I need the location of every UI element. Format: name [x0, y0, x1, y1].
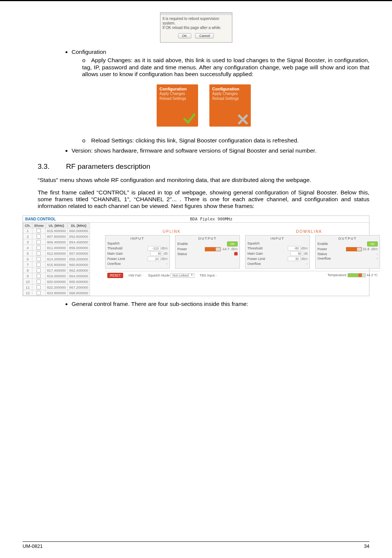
show-checkbox[interactable]	[32, 256, 45, 262]
show-checkbox[interactable]	[32, 239, 45, 245]
panel-bottom-bar: RESET HW Fail - Squelch Mode Not Linked …	[105, 271, 380, 280]
bullet-apply-changes: Apply Changes: as it is said above, this…	[82, 57, 369, 78]
show-checkbox[interactable]	[32, 251, 45, 256]
show-checkbox[interactable]	[32, 228, 45, 234]
enable-switch[interactable]: ON	[367, 242, 378, 246]
temperature-bar-icon	[348, 273, 366, 277]
show-checkbox[interactable]	[32, 284, 45, 290]
reboot-dialog: It is required to reboot supervision sys…	[160, 12, 232, 43]
band-control-panel: BAND CONTROL BDA Fiplex 900MHz Ch. Show …	[23, 216, 369, 297]
power-bar-icon	[205, 247, 221, 251]
table-row: 1815.000000860.000000	[23, 228, 90, 234]
ok-button[interactable]: OK	[178, 33, 191, 38]
frequency-table: Ch. Show UL (MHz) DL (MHz) 1815.00000086…	[23, 223, 90, 296]
table-row: 5812.600000857.600000	[23, 251, 90, 256]
doc-id: UM-0821	[23, 543, 43, 549]
status-led-icon	[234, 252, 238, 255]
table-row: 10820.600000865.600000	[23, 279, 90, 284]
para-status: “Status” menu shows whole RF configurati…	[38, 177, 369, 183]
uplink-output-box: OUTPUT EnableON Power -14.7 dBm Status	[175, 235, 240, 269]
table-row: 6814.200000859.200000	[23, 256, 90, 262]
dialog-line2: If OK reload this page after a while.	[163, 26, 230, 30]
para-control: The first frame called “CONTROL” is plac…	[38, 189, 369, 209]
page-number: 34	[364, 543, 369, 549]
show-checkbox[interactable]	[32, 268, 45, 273]
config-card-fail: Configuration Apply Changes Reload Setti…	[209, 84, 251, 127]
downlink-input-box: INPUT Squelch Threshold-80dBm Main Gain8…	[245, 235, 310, 269]
device-title: BDA Fiplex 900MHz	[56, 217, 367, 222]
squelch-mode-select[interactable]: Not Linked	[171, 273, 194, 278]
table-row: 8817.400000862.400000	[23, 268, 90, 273]
table-row: 9819.000000864.000000	[23, 273, 90, 279]
cancel-button[interactable]: Cancel	[195, 33, 214, 38]
section-heading: 3.3. RF parameters description	[38, 162, 369, 171]
table-row: 12823.800000868.800000	[23, 290, 90, 296]
show-checkbox[interactable]	[32, 262, 45, 268]
downlink-output-box: OUTPUT EnableON Power 21.6 dBm Status- O…	[315, 235, 380, 269]
show-checkbox[interactable]	[32, 245, 45, 251]
dialog-line1: It is required to reboot supervision sys…	[163, 17, 230, 26]
table-row: 11822.200000867.200000	[23, 284, 90, 290]
enable-switch[interactable]: ON	[227, 242, 238, 246]
uplink-input-box: INPUT Squelch Threshold-110dBm Main Gain…	[105, 235, 170, 269]
check-icon	[183, 112, 196, 125]
reset-button[interactable]: RESET	[107, 273, 123, 278]
config-cards: Configuration Apply Changes Reload Setti…	[38, 84, 369, 127]
cross-icon	[237, 114, 249, 125]
band-control-label: BAND CONTROL	[25, 217, 56, 221]
table-row: 3809.400000854.400000	[23, 239, 90, 245]
table-row: 2807.800000852.800000	[23, 234, 90, 239]
bullet-configuration: Configuration	[72, 49, 106, 55]
page-footer: UM-0821 34	[23, 541, 369, 549]
show-checkbox[interactable]	[32, 290, 45, 296]
bullet-general-control: General control frame. There are four su…	[72, 301, 369, 307]
table-row: 7815.800000860.800000	[23, 262, 90, 268]
uplink-label: UPLINK	[163, 229, 181, 234]
show-checkbox[interactable]	[32, 234, 45, 239]
config-card-success: Configuration Apply Changes Reload Setti…	[157, 84, 198, 127]
show-checkbox[interactable]	[32, 273, 45, 279]
power-bar-icon	[346, 247, 362, 251]
table-row: 4811.000000856.000000	[23, 245, 90, 251]
bullet-version: Version: shows hardware, firmware and so…	[72, 147, 369, 154]
show-checkbox[interactable]	[32, 279, 45, 284]
bullet-reload-settings: Reload Settings: clicking this link, Sig…	[82, 137, 369, 144]
downlink-label: DOWNLINK	[296, 229, 322, 234]
